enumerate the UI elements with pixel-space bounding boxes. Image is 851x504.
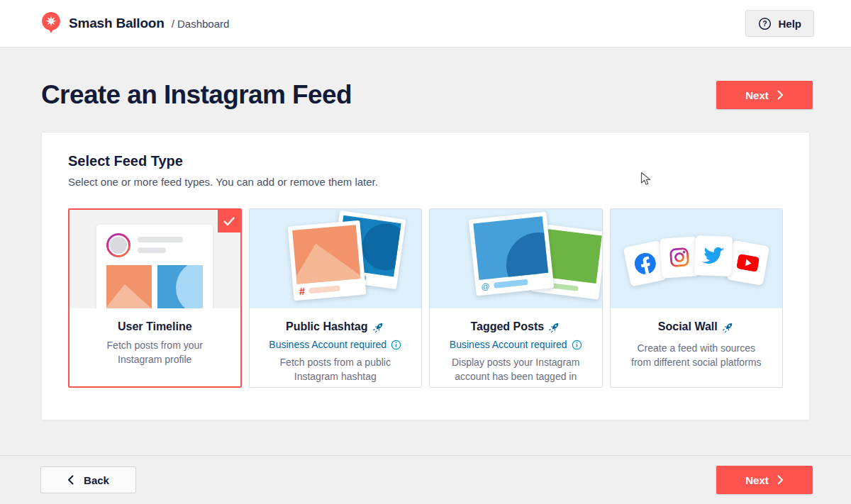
instagram-icon <box>660 236 699 278</box>
next-button-bottom[interactable]: Next <box>716 466 813 494</box>
card-title: User Timeline <box>118 320 192 333</box>
rocket-icon <box>373 321 385 333</box>
feed-card-public-hashtag[interactable]: # Public Hashtag Busines <box>249 208 423 388</box>
page-title-row: Create an Instagram Feed Next <box>41 78 813 112</box>
card-title: Tagged Posts <box>470 320 544 333</box>
business-account-required-label: Business Account required <box>450 339 567 350</box>
next-label: Next <box>745 89 769 101</box>
rocket-icon <box>549 321 561 333</box>
mini-instagram-post <box>96 225 213 308</box>
page-title: Create an Instagram Feed <box>41 80 352 110</box>
help-icon: ? <box>758 17 772 30</box>
feed-card-social-wall[interactable]: Social Wall Create a feed with sources f… <box>610 208 784 388</box>
balloon-logo-icon <box>40 11 62 36</box>
help-button[interactable]: ? Help <box>745 10 814 37</box>
card-description: Fetch posts from your Instagram profile <box>79 338 230 366</box>
selected-check-badge <box>218 210 240 233</box>
business-account-required-label: Business Account required <box>269 339 386 350</box>
info-icon[interactable] <box>572 340 582 350</box>
card-title: Public Hashtag <box>286 320 368 333</box>
feed-type-cards: User Timeline Fetch posts from your Inst… <box>68 208 783 388</box>
public-hashtag-illustration: # <box>250 209 422 308</box>
card-description: Fetch posts from a public Instagram hash… <box>260 355 412 383</box>
brand-logo-group: Smash Balloon <box>40 11 165 36</box>
polaroid-tagged: @ <box>469 212 555 296</box>
avatar <box>106 233 130 257</box>
svg-text:?: ? <box>763 20 767 28</box>
tagged-posts-illustration: @ @ <box>430 209 602 308</box>
help-label: Help <box>778 18 801 30</box>
next-button-top[interactable]: Next <box>716 81 813 109</box>
panel-subheading: Select one or more feed types. You can a… <box>68 176 783 188</box>
card-title: Social Wall <box>658 320 718 333</box>
check-icon <box>223 217 235 226</box>
youtube-icon <box>726 240 769 286</box>
feed-card-tagged-posts[interactable]: @ @ Tagged Posts <box>429 208 603 388</box>
back-label: Back <box>84 474 109 486</box>
panel-heading: Select Feed Type <box>68 153 783 169</box>
rocket-icon <box>723 321 735 333</box>
footer-bar: Back Next <box>0 455 851 504</box>
card-description: Create a feed with sources from differen… <box>621 341 773 369</box>
twitter-icon <box>694 235 733 276</box>
info-icon[interactable] <box>391 340 401 350</box>
user-timeline-illustration <box>69 210 240 308</box>
breadcrumb: / Dashboard <box>172 18 230 30</box>
select-feed-type-panel: Select Feed Type Select one or more feed… <box>41 132 810 420</box>
feed-card-user-timeline[interactable]: User Timeline Fetch posts from your Inst… <box>68 208 242 388</box>
brand-name: Smash Balloon <box>69 16 165 31</box>
chevron-right-icon <box>777 90 784 100</box>
header: Smash Balloon / Dashboard ? Help <box>0 0 851 47</box>
card-description: Display posts your Instagram account has… <box>440 355 592 383</box>
next-label: Next <box>745 474 769 486</box>
polaroid-hashtag: # <box>287 220 366 301</box>
social-wall-illustration <box>611 209 783 308</box>
back-button[interactable]: Back <box>40 466 136 493</box>
chevron-right-icon <box>777 475 784 485</box>
chevron-left-icon <box>67 475 74 485</box>
